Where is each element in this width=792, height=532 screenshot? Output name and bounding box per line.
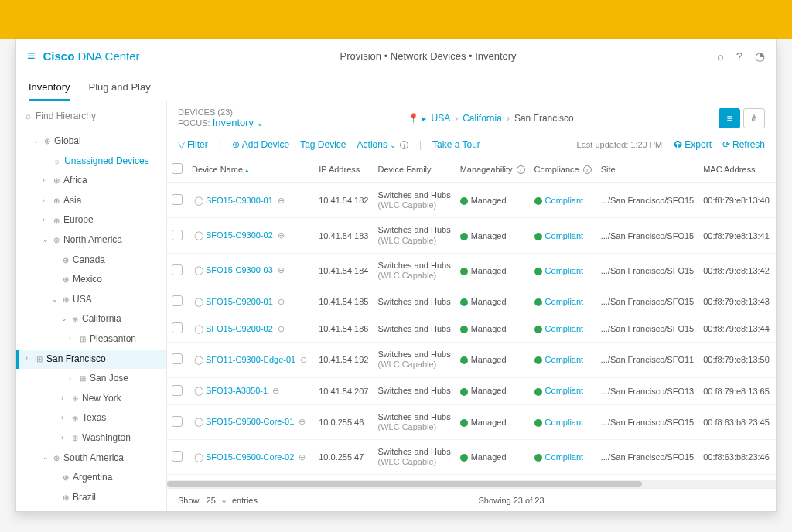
tree-item-europe[interactable]: ›⊕Europe	[16, 210, 166, 230]
role-cell[interactable]: ✎ACCESS	[774, 315, 776, 343]
row-checkbox[interactable]	[172, 322, 183, 333]
table-row[interactable]: ◯SFO15-C9300-02 ⊖10.41.54.183Switches an…	[167, 218, 776, 253]
compliance-cell[interactable]: Compliant	[530, 343, 596, 377]
tree-item-san-jose[interactable]: ›⊞San Jose	[16, 369, 166, 389]
col-mac-address[interactable]: MAC Address	[698, 155, 774, 183]
tree-item-new-york[interactable]: ›⊕New York	[16, 389, 166, 409]
list-view-button[interactable]: ≡	[719, 108, 740, 128]
device-link[interactable]: SFO15-C9200-02	[206, 324, 273, 333]
tree-item-california[interactable]: ⌄⊕California	[16, 309, 166, 329]
filter-button[interactable]: ▽Filter	[178, 139, 208, 150]
col-device-family[interactable]: Device Family	[373, 155, 455, 183]
tree-item-north-america[interactable]: ⌄⊕North America	[16, 230, 166, 251]
tree-item-canada[interactable]: ⊕Canada	[16, 251, 166, 271]
device-link[interactable]: SFO15-C9500-Core-02	[206, 452, 294, 462]
table-row[interactable]: ◯SFO15-C9500-Core-02 ⊖10.0.255.47Switche…	[167, 439, 776, 474]
device-link[interactable]: SFO11-C9300-Edge-01	[206, 355, 295, 364]
tree-item-argentina[interactable]: ⊕Argentina	[16, 468, 166, 488]
tag-icon[interactable]: ◯	[194, 355, 203, 364]
compliance-cell[interactable]: Compliant	[530, 183, 596, 218]
tree-item-africa[interactable]: ›⊕Africa	[16, 171, 166, 191]
col-site[interactable]: Site	[596, 155, 698, 183]
export-button[interactable]: ⮉Export	[673, 139, 712, 150]
device-info-icon[interactable]: ⊖	[278, 324, 285, 333]
table-row[interactable]: ◯SFO15-C9500-Core-01 ⊖10.0.255.46Switche…	[167, 404, 776, 439]
device-info-icon[interactable]: ⊖	[278, 230, 285, 240]
notification-icon[interactable]: ◔	[755, 49, 765, 63]
device-link[interactable]: SFO13-A3850-1	[206, 386, 268, 395]
help-icon[interactable]: ?	[736, 49, 742, 63]
tree-item-asia[interactable]: ›⊕Asia	[16, 191, 166, 211]
tag-icon[interactable]: ◯	[194, 265, 203, 275]
compliance-cell[interactable]: Compliant	[530, 475, 596, 480]
compliance-cell[interactable]: Compliant	[530, 288, 596, 315]
col-device-name[interactable]: Device Name ▴	[187, 155, 314, 183]
topology-view-button[interactable]: ⋔	[743, 108, 765, 128]
tag-icon[interactable]: ◯	[194, 386, 203, 395]
tree-item-pleasanton[interactable]: ›⊞Pleasanton	[16, 329, 166, 350]
refresh-button[interactable]: ⟳Refresh	[722, 139, 765, 150]
role-cell[interactable]: ✎DISTRIBUTION	[774, 475, 776, 480]
info-icon[interactable]: i	[583, 165, 592, 174]
tree-item-south-america[interactable]: ⌄⊕South America	[16, 448, 166, 469]
role-cell[interactable]: ✎ACCESS	[774, 218, 776, 253]
tree-item-mexico[interactable]: ⊕Mexico	[16, 270, 166, 290]
compliance-cell[interactable]: Compliant	[530, 404, 596, 439]
device-info-icon[interactable]: ⊖	[299, 417, 306, 426]
compliance-cell[interactable]: Compliant	[530, 377, 596, 404]
row-checkbox[interactable]	[172, 295, 183, 306]
table-row[interactable]: ◯SFO15-C9300-03 ⊖10.41.54.184Switches an…	[167, 253, 776, 288]
compliance-cell[interactable]: Compliant	[530, 315, 596, 343]
role-cell[interactable]: ✎CORE	[774, 439, 776, 474]
role-cell[interactable]: ✎ACCESS	[774, 253, 776, 288]
row-checkbox[interactable]	[172, 416, 183, 427]
pagesize-caret[interactable]: ⌄	[220, 495, 227, 505]
info-icon[interactable]: i	[400, 141, 408, 149]
tag-icon[interactable]: ◯	[194, 297, 203, 306]
device-info-icon[interactable]: ⊖	[278, 196, 285, 205]
device-link[interactable]: SFO15-C9300-03	[206, 265, 273, 275]
device-info-icon[interactable]: ⊖	[300, 355, 307, 364]
table-row[interactable]: ◯SFO13-D9300-1 ⊖10.201.80.96Switches and…	[167, 475, 776, 480]
compliance-cell[interactable]: Compliant	[530, 218, 596, 253]
tree-item-texas[interactable]: ›⊕Texas	[16, 408, 166, 428]
tree-item-brazil[interactable]: ⊕Brazil	[16, 488, 166, 508]
tree-item-global[interactable]: ⌄⊕Global	[16, 131, 166, 152]
row-checkbox[interactable]	[172, 451, 183, 462]
device-link[interactable]: SFO15-C9300-01	[206, 196, 273, 205]
info-icon[interactable]: i	[517, 165, 525, 174]
tab-plug-and-play[interactable]: Plug and Play	[88, 81, 150, 101]
tag-icon[interactable]: ◯	[194, 417, 203, 426]
find-hierarchy[interactable]: ⌕ Find Hierarchy	[16, 107, 166, 128]
search-icon[interactable]: ⌕	[717, 49, 724, 63]
row-checkbox[interactable]	[172, 230, 183, 240]
device-link[interactable]: SFO15-C9300-02	[206, 230, 273, 240]
tag-icon[interactable]: ◯	[194, 196, 203, 205]
take-tour-button[interactable]: Take a Tour	[432, 139, 480, 150]
role-cell[interactable]: ✎ACCESS	[774, 183, 776, 218]
pagesize-value[interactable]: 25	[207, 496, 216, 505]
brand[interactable]: Cisco DNA Center	[43, 49, 140, 63]
tab-inventory[interactable]: Inventory	[29, 81, 70, 101]
add-device-button[interactable]: ⊕Add Device	[232, 139, 289, 150]
tree-item-washington[interactable]: ›⊕Washington	[16, 428, 166, 448]
device-link[interactable]: SFO15-C9200-01	[206, 297, 273, 306]
tree-item-san-francisco[interactable]: ›⊞San Francisco	[16, 350, 166, 370]
col-device-role[interactable]: Device Role	[774, 155, 776, 183]
device-info-icon[interactable]: ⊖	[299, 452, 306, 462]
col-ip-address[interactable]: IP Address	[314, 155, 373, 183]
table-row[interactable]: ◯SFO13-A3850-1 ⊖10.41.54.207Switches and…	[167, 377, 776, 404]
compliance-cell[interactable]: Compliant	[530, 253, 596, 288]
tag-icon[interactable]: ◯	[194, 324, 203, 333]
table-row[interactable]: ◯SFO15-C9200-02 ⊖10.41.54.186Switches an…	[167, 315, 776, 343]
row-checkbox[interactable]	[172, 194, 183, 205]
device-info-icon[interactable]: ⊖	[272, 386, 279, 395]
row-checkbox[interactable]	[172, 385, 183, 396]
crumb-usa[interactable]: USA	[431, 113, 450, 124]
actions-dropdown[interactable]: Actions ⌄ i	[357, 139, 408, 150]
horizontal-scrollbar[interactable]	[167, 480, 776, 488]
table-row[interactable]: ◯SFO15-C9200-01 ⊖10.41.54.185Switches an…	[167, 288, 776, 315]
tag-icon[interactable]: ◯	[194, 452, 203, 462]
row-checkbox[interactable]	[172, 353, 183, 364]
device-link[interactable]: SFO15-C9500-Core-01	[206, 417, 294, 426]
